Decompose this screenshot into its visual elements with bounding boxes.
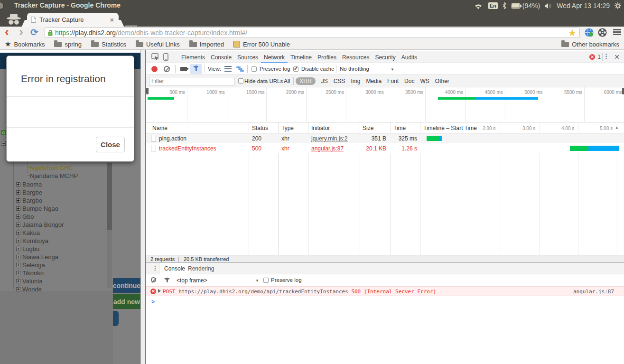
devtools-tab[interactable]: Network [261,51,288,63]
chrome-menu-icon[interactable] [613,29,621,35]
tree-item-district[interactable]: Bargbe [22,189,42,196]
filter-category[interactable]: Media [366,77,382,85]
col-type[interactable]: Type [281,125,294,131]
inspect-element-icon[interactable] [151,53,159,61]
tree-expand-icon[interactable] [16,279,20,283]
bookmark-folder-useful-links[interactable]: Useful Links [136,41,180,48]
tree-item-district[interactable]: Valunia [22,278,42,285]
bookmarks-menu[interactable]: ★Bookmarks [5,40,45,48]
filter-category[interactable]: CSS [334,77,345,85]
tree-item-district[interactable]: Selenga [22,261,45,269]
tree-item-district[interactable]: Tikonko [22,270,44,277]
tree-expand-icon[interactable] [16,223,20,227]
bookmark-folder-spring[interactable]: spring [54,41,81,48]
keyboard-layout-indicator[interactable]: En [488,2,498,9]
tree-item-district[interactable]: Lugbu [22,245,39,252]
col-initiator[interactable]: Initiator [311,125,330,131]
console-filter-icon[interactable] [164,278,170,281]
drawer-tab-rendering[interactable]: Rendering [188,265,214,272]
devtools-tab[interactable]: Timeline [288,51,315,63]
tree-item-njandama-mchp[interactable]: Njandama MCHP [30,172,78,179]
tree-expand-icon[interactable] [16,271,20,275]
tree-expand-icon[interactable] [16,247,20,251]
browser-tab[interactable]: Tracker Capture × [27,13,119,27]
error-url-link[interactable]: https://play.dhis2.org/demo/api/trackedE… [178,289,348,295]
tree-expand-icon[interactable] [16,198,20,203]
tree-expand-icon[interactable] [16,215,20,219]
window-control-button[interactable] [0,2,4,9]
col-name[interactable]: Name [152,125,168,131]
devtools-tab[interactable]: Profiles [315,51,339,63]
modal-close-button[interactable]: Close [96,137,125,152]
tree-item-district[interactable]: Bargbo [22,197,42,204]
frame-dropdown-icon[interactable]: ▼ [255,279,259,283]
tree-item-district[interactable]: Jaiama Bongor [22,221,64,228]
devtools-menu-icon[interactable]: ⋮ [603,53,609,60]
col-timeline[interactable]: Timeline – Start Time [423,125,477,131]
expand-arrow-icon[interactable] [158,289,161,293]
globe-extension-icon[interactable] [585,28,594,37]
tree-scrollbar-thumb[interactable] [107,163,112,230]
overview-left-handle[interactable] [146,88,149,94]
col-status[interactable]: Status [252,125,268,131]
wifi-icon[interactable] [473,2,484,9]
clock[interactable]: Wed Apr 13 14:29 [557,2,610,9]
filter-toggle-icon[interactable] [190,64,202,74]
tree-expand-icon[interactable] [16,255,20,259]
network-filter-input[interactable] [149,77,234,85]
page-scrollbar[interactable] [140,50,145,364]
console-prompt[interactable]: > [151,299,155,305]
volume-icon[interactable] [545,3,552,9]
filter-category[interactable]: Img [351,77,360,85]
network-row-tei[interactable]: trackedEntityInstances 500 xhr angular.j… [146,143,624,153]
tree-item-district[interactable]: Kakua [22,229,40,236]
tree-item-ngelehun-chc[interactable]: Ngelehun CHC [30,164,73,171]
film-extension-icon[interactable] [598,28,607,37]
ssl-lock-icon[interactable] [48,30,53,36]
tree-expand-icon[interactable] [16,287,20,291]
bookmark-error500[interactable]: Error 500 Unable [233,41,290,48]
tab-close-button[interactable]: × [110,16,114,24]
drawer-menu-icon[interactable]: ⋮ [152,265,158,271]
tree-item-district[interactable]: Gbo [22,213,34,220]
tree-expand-icon[interactable] [16,206,20,211]
view-list-icon[interactable] [224,66,232,72]
bookmark-star-icon[interactable]: ★ [568,28,577,37]
devtools-tab[interactable]: Resources [339,51,372,63]
bluetooth-icon[interactable] [503,2,506,9]
filter-category[interactable]: Other [435,77,449,85]
filter-category[interactable]: Doc [404,77,414,85]
continue-button[interactable]: continue [113,278,140,293]
forward-button[interactable]: › [19,25,23,39]
session-gear-icon[interactable] [615,2,621,9]
error-badge-icon[interactable]: ✕ [589,54,595,60]
bookmark-folder-imported[interactable]: Imported [189,41,224,48]
devtools-close-icon[interactable]: ✕ [614,53,620,61]
battery-indicator[interactable]: (94%) [511,2,540,9]
frame-selector[interactable]: <top frame> [177,277,207,284]
tree-item-district[interactable]: Niawa Lenga [22,253,58,261]
devtools-tab[interactable]: Sources [234,51,261,63]
console-preserve-log-checkbox[interactable] [263,278,269,283]
bookmark-folder-statistics[interactable]: Statistics [91,41,126,48]
tree-expand-icon[interactable] [16,263,20,267]
filter-category[interactable]: All [284,77,290,85]
tree-item-district[interactable]: Baoma [22,181,42,188]
col-time[interactable]: Time [393,125,406,131]
disable-cache-checkbox[interactable] [293,66,298,72]
back-button[interactable]: ‹ [5,25,9,39]
other-bookmarks[interactable]: Other bookmarks [561,39,619,49]
console-clear-icon[interactable] [151,277,156,282]
side-tab-handle[interactable] [113,311,119,326]
tree-item-district[interactable]: Wonde [22,286,42,293]
device-toolbar-icon[interactable] [163,53,168,61]
network-overview[interactable]: 500 ms1000 ms1500 ms2000 ms2500 ms3000 m… [146,87,624,122]
record-button[interactable] [151,66,158,72]
tree-expand-icon[interactable] [16,239,20,243]
reload-button[interactable]: ⟳ [30,27,38,38]
error-location-link[interactable]: angular.js:87 [573,289,614,295]
devtools-tab[interactable]: Security [372,51,398,63]
devtools-tab[interactable]: Elements [178,51,208,63]
filter-category[interactable]: Font [387,77,399,85]
hide-data-urls-checkbox[interactable] [238,78,243,84]
